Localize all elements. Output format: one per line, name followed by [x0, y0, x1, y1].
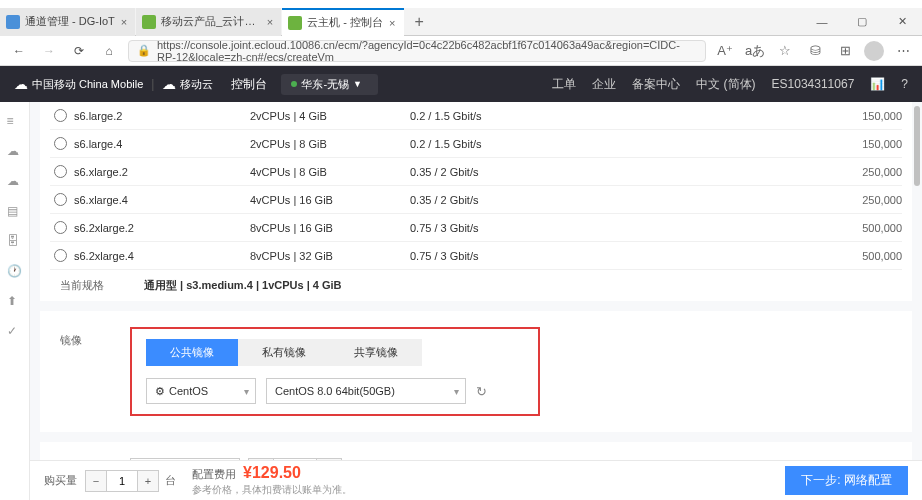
back-button[interactable]: ←	[8, 40, 30, 62]
spec-cpu: 2vCPUs | 4 GiB	[250, 110, 410, 122]
spec-bandwidth: 0.75 / 3 Gbit/s	[410, 250, 832, 262]
minimize-button[interactable]: —	[802, 8, 842, 36]
price-label: 配置费用	[192, 468, 236, 480]
next-step-button[interactable]: 下一步: 网络配置	[785, 466, 908, 495]
nav-beian[interactable]: 备案中心	[632, 76, 680, 93]
new-tab-button[interactable]: +	[405, 13, 434, 31]
spec-table: s6.large.22vCPUs | 4 GiB0.2 / 1.5 Gbit/s…	[40, 102, 912, 270]
spec-bandwidth: 0.35 / 2 Gbit/s	[410, 194, 832, 206]
spec-name: s6.xlarge.2	[70, 166, 250, 178]
current-spec-value: 通用型 | s3.medium.4 | 1vCPUs | 4 GiB	[144, 278, 342, 293]
close-window-button[interactable]: ✕	[882, 8, 922, 36]
close-icon[interactable]: ×	[121, 16, 127, 28]
spec-row[interactable]: s6.xlarge.44vCPUs | 16 GiB0.35 / 2 Gbit/…	[50, 186, 902, 214]
spec-price: 500,000	[832, 250, 902, 262]
cloud-icon[interactable]: ☁	[7, 174, 23, 190]
current-spec: 当前规格 通用型 | s3.medium.4 | 1vCPUs | 4 GiB	[40, 270, 912, 301]
spec-row[interactable]: s6.2xlarge.48vCPUs | 32 GiB0.75 / 3 Gbit…	[50, 242, 902, 270]
gear-icon: ⚙	[155, 385, 165, 398]
tab-public-image[interactable]: 公共镜像	[146, 339, 238, 366]
maximize-button[interactable]: ▢	[842, 8, 882, 36]
spec-price: 500,000	[832, 222, 902, 234]
os-version-select[interactable]: CentOS 8.0 64bit(50GB)	[266, 378, 466, 404]
storage-icon[interactable]: ▤	[7, 204, 23, 220]
read-aloud-icon[interactable]: A⁺	[714, 40, 736, 62]
console-link[interactable]: 控制台	[231, 76, 267, 93]
cloud-icon[interactable]: ☁	[7, 144, 23, 160]
favicon-icon	[6, 15, 20, 29]
purchase-footer: 购买量 − + 台 配置费用 ¥129.50 参考价格，具体扣费请以账单为准。 …	[30, 460, 922, 500]
spec-row[interactable]: s6.xlarge.24vCPUs | 8 GiB0.35 / 2 Gbit/s…	[50, 158, 902, 186]
quantity-input[interactable]	[106, 471, 138, 491]
refresh-button[interactable]: ⟳	[68, 40, 90, 62]
unit-label: 台	[165, 473, 176, 488]
spec-name: s6.2xlarge.2	[70, 222, 250, 234]
extensions-icon[interactable]: ⊞	[834, 40, 856, 62]
spec-price: 250,000	[832, 166, 902, 178]
close-icon[interactable]: ×	[267, 16, 273, 28]
current-spec-label: 当前规格	[60, 278, 104, 293]
tab-title: 云主机 - 控制台	[307, 15, 383, 30]
console-header: ☁中国移动 China Mobile | ☁移动云 控制台 华东-无锡 ▼ 工单…	[0, 66, 922, 102]
collections-icon[interactable]: ⛁	[804, 40, 826, 62]
tab-private-image[interactable]: 私有镜像	[238, 339, 330, 366]
spec-bandwidth: 0.2 / 1.5 Gbit/s	[410, 110, 832, 122]
favicon-icon	[288, 16, 302, 30]
time-icon[interactable]: 🕐	[7, 264, 23, 280]
spec-bandwidth: 0.75 / 3 Gbit/s	[410, 222, 832, 234]
os-select[interactable]: ⚙ CentOS	[146, 378, 256, 404]
quantity-stepper: − +	[85, 470, 159, 492]
favorite-icon[interactable]: ☆	[774, 40, 796, 62]
home-button[interactable]: ⌂	[98, 40, 120, 62]
nav-workorder[interactable]: 工单	[552, 76, 576, 93]
spec-cpu: 4vCPUs | 16 GiB	[250, 194, 410, 206]
menu-icon[interactable]: ≡	[7, 114, 23, 130]
product-logo: ☁移动云	[162, 76, 213, 92]
browser-tab[interactable]: 通道管理 - DG-IoT ×	[0, 8, 135, 36]
spec-cpu: 4vCPUs | 8 GiB	[250, 166, 410, 178]
browser-tab[interactable]: 移动云产品_云计算产品_云存储 ×	[136, 8, 281, 36]
check-icon[interactable]: ✓	[7, 324, 23, 340]
region-selector[interactable]: 华东-无锡 ▼	[281, 74, 378, 95]
spec-radio[interactable]	[54, 221, 67, 234]
spec-radio[interactable]	[54, 137, 67, 150]
url-input[interactable]: 🔒 https://console.joint.ecloud.10086.cn/…	[128, 40, 706, 62]
account-id[interactable]: ES1034311067	[772, 77, 855, 91]
language-selector[interactable]: 中文 (简体)	[696, 76, 755, 93]
upload-icon[interactable]: ⬆	[7, 294, 23, 310]
stats-icon[interactable]: 📊	[870, 77, 885, 91]
translate-icon[interactable]: aあ	[744, 40, 766, 62]
scrollbar-thumb[interactable]	[914, 106, 920, 186]
tab-shared-image[interactable]: 共享镜像	[330, 339, 422, 366]
side-nav: ≡ ☁ ☁ ▤ 🗄 🕐 ⬆ ✓	[0, 102, 30, 500]
help-icon[interactable]: ?	[901, 77, 908, 91]
spec-radio[interactable]	[54, 165, 67, 178]
spec-bandwidth: 0.2 / 1.5 Gbit/s	[410, 138, 832, 150]
increment-button[interactable]: +	[138, 471, 158, 491]
tab-title: 移动云产品_云计算产品_云存储	[161, 14, 261, 29]
main-content: s6.large.22vCPUs | 4 GiB0.2 / 1.5 Gbit/s…	[30, 102, 922, 500]
spec-radio[interactable]	[54, 249, 67, 262]
browser-tab-active[interactable]: 云主机 - 控制台 ×	[282, 8, 403, 36]
refresh-icon[interactable]: ↻	[476, 384, 487, 399]
database-icon[interactable]: 🗄	[7, 234, 23, 250]
spec-bandwidth: 0.35 / 2 Gbit/s	[410, 166, 832, 178]
os-selected: CentOS	[169, 385, 208, 397]
browser-tabs: 通道管理 - DG-IoT × 移动云产品_云计算产品_云存储 × 云主机 - …	[0, 8, 922, 36]
close-icon[interactable]: ×	[389, 17, 395, 29]
profile-icon[interactable]	[864, 41, 884, 61]
spec-cpu: 8vCPUs | 32 GiB	[250, 250, 410, 262]
spec-name: s6.2xlarge.4	[70, 250, 250, 262]
spec-row[interactable]: s6.2xlarge.28vCPUs | 16 GiB0.75 / 3 Gbit…	[50, 214, 902, 242]
spec-row[interactable]: s6.large.42vCPUs | 8 GiB0.2 / 1.5 Gbit/s…	[50, 130, 902, 158]
spec-radio[interactable]	[54, 193, 67, 206]
decrement-button[interactable]: −	[86, 471, 106, 491]
nav-enterprise[interactable]: 企业	[592, 76, 616, 93]
spec-radio[interactable]	[54, 109, 67, 122]
scrollbar[interactable]	[912, 66, 922, 460]
spec-price: 250,000	[832, 194, 902, 206]
spec-row[interactable]: s6.large.22vCPUs | 4 GiB0.2 / 1.5 Gbit/s…	[50, 102, 902, 130]
forward-button[interactable]: →	[38, 40, 60, 62]
spec-name: s6.large.4	[70, 138, 250, 150]
menu-icon[interactable]: ⋯	[892, 40, 914, 62]
